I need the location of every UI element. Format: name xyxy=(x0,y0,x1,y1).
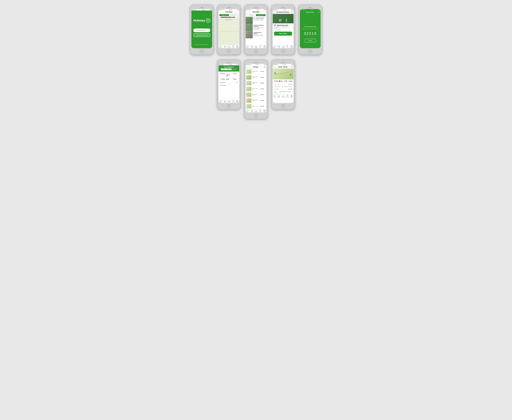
trips-share-button[interactable]: ⬆ xyxy=(264,66,265,68)
trip-detail-share-button[interactable]: ⬆ xyxy=(291,66,293,68)
tab-get-help-6[interactable]: ❓ Get Help xyxy=(231,100,235,103)
tab-get-help-7[interactable]: ❓ Get Help xyxy=(258,110,262,112)
tab-get-help-3[interactable]: ❓ Get Help xyxy=(258,45,262,48)
bike-icon-7: 🚲 xyxy=(255,110,257,111)
trip-item-4[interactable]: Sep 12, 2014 32m 0s 4.20 mi › xyxy=(246,86,266,92)
stats-seg-alltime[interactable]: ALL TIME xyxy=(231,68,237,70)
tab-news-3[interactable]: 📰 News xyxy=(246,45,250,48)
rental-back-button[interactable]: < xyxy=(301,11,302,13)
stats-seg-week[interactable]: WEEK xyxy=(221,68,226,70)
route-start-pin: 1 xyxy=(275,73,276,74)
tab-get-help[interactable]: ❓ Get Help xyxy=(231,45,235,48)
tab-settings-4[interactable]: ⚙️ Settings xyxy=(289,45,293,48)
tab-find-bike-3[interactable]: 🚲 Find a Bike xyxy=(254,45,258,48)
tab-news-8[interactable]: 📰 News xyxy=(273,95,277,98)
map-screen: Find a Bike Map View Station View CAMBRI… xyxy=(219,10,239,48)
trip-detail-back-button[interactable]: < xyxy=(274,66,275,68)
stat-active-time: Active time ⏱ 3:47:18 xyxy=(220,72,225,77)
rental-cancel-button[interactable]: Cancel xyxy=(304,39,316,42)
get-membership-button[interactable]: Get a Membership xyxy=(193,29,210,32)
back-button[interactable]: < xyxy=(274,11,275,13)
trips-taken-row[interactable]: Trips Taken 48 › xyxy=(220,81,238,84)
tab-stats-6[interactable]: 📊 Stats xyxy=(223,100,227,103)
tab-news-6[interactable]: 📰 News xyxy=(219,100,223,103)
tab-news-4[interactable]: 📰 News xyxy=(273,45,277,48)
bike-icon-6: 🚲 xyxy=(228,100,230,102)
trip-item-7[interactable]: Aug 31, 2014 1.91 mi › xyxy=(246,103,266,109)
stats-header: Your Statistics WEEK MONTH ALL TIME xyxy=(219,65,239,72)
station-address-1: 8 Education St. Cambridge, MA xyxy=(253,20,265,21)
trip-date-2: Sep 19, 2014 xyxy=(252,76,259,77)
trip-right-7: 1.91 mi xyxy=(260,106,264,107)
trip-item-1[interactable]: Sep 21, 2014 22m 28s 3.19 mi › xyxy=(246,69,266,75)
tab-find-bike-7[interactable]: 🚲 Find a Bike xyxy=(254,110,258,112)
rent-bike-button[interactable]: Rent a Bike xyxy=(274,32,292,36)
directions-link[interactable]: Get Directions xyxy=(274,29,292,30)
trip-end-time-row: End Time 5:30 PM xyxy=(274,88,292,90)
seg-station-view-2[interactable]: Station View xyxy=(256,14,266,16)
find-bike-button[interactable]: Just let me find a bike xyxy=(193,33,210,37)
trip-start-station-row: Star Station EF - North Point Park xyxy=(274,85,292,88)
tab-news-7[interactable]: 📰 News xyxy=(246,110,250,112)
trip-item-2[interactable]: Sep 19, 2014 30m 3s 5.51 mi › xyxy=(246,75,266,80)
bike-icon-3: 🚲 xyxy=(255,45,257,47)
seg-map-view[interactable]: Map View xyxy=(219,14,229,16)
tab-get-help-8[interactable]: ❓ Get Help xyxy=(285,95,289,98)
trip-pace-val: ↑ 14 mph xyxy=(288,81,293,82)
station-hero: 12 Bikes 2 Docks xyxy=(273,14,293,23)
splash-screen: Hubway H Get a Membership Just let me fi… xyxy=(191,10,212,48)
home-button[interactable] xyxy=(254,49,258,53)
tab-stats-4[interactable]: 📊 Stats xyxy=(277,45,281,48)
tab-stats-7[interactable]: 📊 Stats xyxy=(250,110,254,112)
tab-find-bike[interactable]: 🚲 Find a Bike xyxy=(227,45,231,48)
rental-share-button[interactable]: ⬆ xyxy=(318,11,320,13)
trip-info-1: Sep 21, 2014 22m 28s xyxy=(252,71,259,73)
tab-stats-8[interactable]: 📊 Stats xyxy=(277,95,281,98)
seg-map-view-2[interactable]: Map View xyxy=(246,14,256,16)
tab-news[interactable]: 📰 News xyxy=(219,45,223,48)
tab-get-help-4[interactable]: ❓ Get Help xyxy=(285,45,289,48)
trips-back-button[interactable]: < xyxy=(247,66,247,68)
records-label: Your Records xyxy=(220,85,226,86)
seg-station-view[interactable]: Station View xyxy=(229,14,238,16)
tab-settings-6[interactable]: ⚙️ Settings xyxy=(235,100,239,103)
tab-settings[interactable]: ⚙️ Settings xyxy=(235,45,239,48)
trip-right-4: 4.20 mi xyxy=(260,88,264,90)
login-link[interactable]: Already a Member? Login Now > xyxy=(195,44,209,45)
home-button[interactable] xyxy=(254,113,258,118)
tab-find-bike-8[interactable]: 🚲 Find a Bike xyxy=(281,95,285,98)
trip-item-3[interactable]: Sep 18, 2014 32m 8s 5.68 mi › xyxy=(246,80,266,86)
stats-seg-month[interactable]: MONTH xyxy=(226,68,232,70)
trip-start-time-val: 4:29 PM xyxy=(288,83,292,85)
tab-find-bike-4[interactable]: 🚲 Find a Bike xyxy=(281,45,285,48)
tab-settings-8[interactable]: ⚙️ Settings xyxy=(289,95,293,98)
home-button[interactable] xyxy=(200,49,204,53)
home-button[interactable] xyxy=(308,49,312,53)
home-button[interactable] xyxy=(227,49,231,53)
station-info-2: Lechmere Stration at Cambridg... 0.2 mi … xyxy=(253,24,265,31)
home-button[interactable] xyxy=(281,49,285,53)
home-button[interactable] xyxy=(281,104,285,108)
station-item-2[interactable]: Lechmere Stration at Cambridg... 0.2 mi … xyxy=(246,24,266,31)
home-button[interactable] xyxy=(227,104,231,108)
tab-stats[interactable]: 📊 Stats xyxy=(223,45,227,48)
help-icon-7: ❓ xyxy=(259,110,261,111)
records-row[interactable]: Your Records › xyxy=(220,84,238,87)
stats-icon-7: 📊 xyxy=(251,110,253,111)
trip-item-5[interactable]: Sep 4, 2014 30m 29s 6.53 mi › xyxy=(246,92,266,98)
phone-8: ●●●● BELL ▾ 4:21 PM 22% < 9/1/14 - 5:30 … xyxy=(271,60,295,110)
trip-stats-bar: Time ⏱ 31:51 Miles ⚫ 6.34 Calories 🔥 286… xyxy=(273,79,293,82)
tab-settings-3[interactable]: ⚙️ Settings xyxy=(262,45,266,48)
news-icon-3: 📰 xyxy=(247,45,249,47)
tab-find-bike-6[interactable]: 🚲 Find a Bike xyxy=(227,100,231,103)
tab-stats-3[interactable]: 📊 Stats xyxy=(250,45,254,48)
station-item-3[interactable]: Cambridge Side Galleria 0.3 mi - 8 Bikes… xyxy=(246,31,266,38)
station-item-1[interactable]: EF - North Point Park 0.1 mi - 12 Bikes … xyxy=(246,17,266,24)
share-button[interactable]: ⬆ xyxy=(291,11,293,13)
trips-chevron-icon: › xyxy=(238,82,238,83)
help-icon: ❓ xyxy=(232,45,234,47)
settings-icon-4: ⚙️ xyxy=(290,45,292,47)
tab-settings-7[interactable]: ⚙️ Settings xyxy=(262,110,266,112)
trip-dist-5: 6.53 mi xyxy=(260,94,264,95)
trip-item-6[interactable]: Aug 28, 2014 10m 14s 1.62 mi › xyxy=(246,98,266,103)
